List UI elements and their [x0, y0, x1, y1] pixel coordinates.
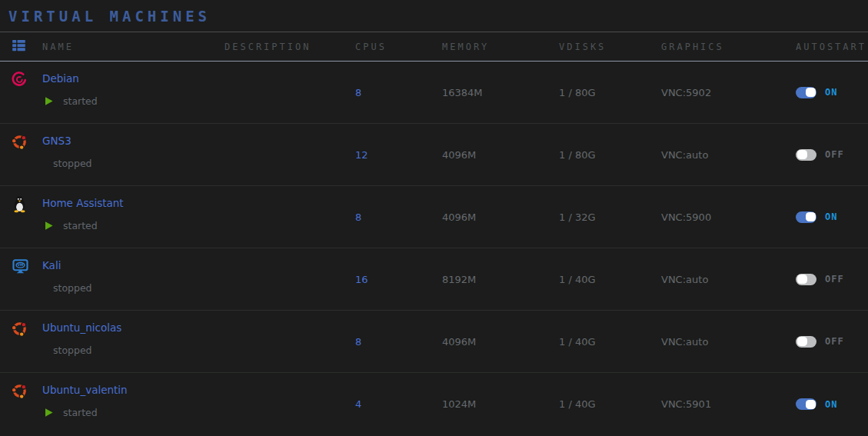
tux-linux-icon [11, 195, 28, 213]
vm-memory: 4096M [442, 124, 559, 185]
table-view-toggle-button[interactable] [11, 38, 42, 56]
vm-name-link[interactable]: Debian [42, 72, 79, 85]
ubuntu-logo-icon [11, 133, 28, 151]
autostart-toggle[interactable] [796, 336, 816, 348]
vm-name-cell: Home Assistant started [42, 186, 224, 248]
toggle-knob [797, 150, 807, 159]
section-titlebar: VIRTUAL MACHINES [0, 0, 868, 32]
autostart-state-label: OFF [825, 336, 844, 347]
vm-name-link[interactable]: Kali [42, 259, 61, 271]
autostart-state-label: OFF [825, 274, 844, 285]
vm-table-row: Ubuntu_valentin started 4 1024M 1 / 40G … [0, 373, 868, 435]
vm-memory: 1024M [442, 373, 559, 435]
vm-cpus-link[interactable]: 8 [355, 211, 361, 223]
vm-table-body: Debian started 8 16384M 1 / 80G VNC:5902… [0, 62, 868, 435]
vm-graphics: VNC:5902 [661, 62, 796, 123]
vm-status-label: started [63, 95, 98, 107]
vm-description [224, 124, 355, 185]
vm-status-label: stopped [53, 158, 92, 169]
vm-memory: 4096M [442, 186, 559, 248]
started-play-icon [44, 221, 54, 231]
vm-status-label: stopped [53, 282, 92, 294]
vm-name-link[interactable]: GNS3 [42, 135, 72, 147]
vm-autostart-cell: ON [796, 62, 860, 123]
column-header-memory: MEMORY [442, 42, 559, 52]
vm-memory: 8192M [442, 248, 559, 310]
vm-name-cell: Debian started [42, 62, 224, 123]
toggle-knob [797, 275, 807, 284]
started-play-icon [44, 96, 54, 106]
autostart-toggle[interactable] [796, 274, 816, 285]
vm-status: started [44, 220, 98, 231]
vm-vdisks: 1 / 40G [559, 311, 661, 372]
vm-autostart-cell: OFF [796, 248, 860, 310]
vm-table-row: GNS3 stopped 12 4096M 1 / 80G VNC:auto O… [0, 124, 868, 186]
vm-name-link[interactable]: Ubuntu_nicolas [42, 321, 121, 334]
vm-status-label: started [63, 407, 98, 418]
column-header-cpus: CPUS [355, 42, 442, 52]
column-header-vdisks: VDISKS [559, 42, 661, 52]
vm-description [224, 311, 355, 372]
vm-memory: 16384M [442, 62, 559, 123]
vm-cpus-link[interactable]: 8 [355, 87, 361, 98]
vm-os-icon-cell [11, 186, 42, 248]
vm-os-icon-cell [11, 62, 42, 123]
vm-cpus-link[interactable]: 12 [355, 149, 368, 161]
toggle-knob [806, 400, 816, 409]
column-header-name: NAME [42, 42, 224, 52]
vm-vdisks: 1 / 40G [559, 248, 661, 310]
vm-graphics: VNC:5901 [661, 373, 796, 435]
table-header-row: NAME DESCRIPTION CPUS MEMORY VDISKS GRAP… [0, 32, 868, 62]
vm-status: started [44, 407, 98, 418]
autostart-toggle[interactable] [796, 211, 816, 223]
vm-name-cell: Kali stopped [42, 248, 224, 310]
vm-autostart-cell: ON [796, 186, 860, 248]
vm-name-cell: Ubuntu_valentin started [42, 373, 224, 435]
autostart-toggle[interactable] [796, 87, 816, 98]
vm-vdisks: 1 / 32G [559, 186, 661, 248]
vm-manager-page: VIRTUAL MACHINES NAME DESCRIPTION CPUS M… [0, 0, 868, 436]
vm-autostart-cell: OFF [796, 124, 860, 185]
vm-status: stopped [44, 282, 92, 294]
vm-vdisks: 1 / 80G [559, 124, 661, 185]
column-header-autostart: AUTOSTART [796, 42, 866, 52]
vm-table-row: Ubuntu_nicolas stopped 8 4096M 1 / 40G V… [0, 311, 868, 373]
vm-monitor-icon [11, 258, 30, 275]
vm-autostart-cell: ON [796, 373, 860, 435]
vm-table-row: Kali stopped 16 8192M 1 / 40G VNC:auto O… [0, 248, 868, 311]
table-list-icon [11, 38, 27, 56]
vm-status: stopped [44, 344, 92, 356]
vm-cpus-link[interactable]: 16 [355, 274, 368, 285]
autostart-state-label: ON [825, 399, 837, 410]
vm-os-icon-cell [11, 248, 42, 310]
toggle-knob [806, 88, 816, 97]
vm-name-cell: Ubuntu_nicolas stopped [42, 311, 224, 372]
toggle-knob [806, 212, 816, 221]
autostart-state-label: ON [825, 87, 837, 98]
vm-status-label: started [63, 220, 98, 231]
vm-memory: 4096M [442, 311, 559, 372]
vm-graphics: VNC:5900 [661, 186, 796, 248]
vm-os-icon-cell [11, 373, 42, 435]
vm-graphics: VNC:auto [661, 124, 796, 185]
autostart-state-label: ON [825, 211, 837, 222]
vm-description [224, 62, 355, 123]
autostart-toggle[interactable] [796, 149, 816, 161]
vm-vdisks: 1 / 40G [559, 373, 661, 435]
vm-status: started [44, 95, 98, 107]
ubuntu-logo-icon [11, 382, 28, 400]
vm-cpus-link[interactable]: 4 [355, 398, 361, 410]
vm-name-link[interactable]: Home Assistant [42, 197, 124, 209]
toggle-knob [797, 337, 807, 346]
vm-description [224, 248, 355, 310]
autostart-toggle[interactable] [796, 398, 816, 410]
autostart-state-label: OFF [825, 149, 844, 160]
vm-name-link[interactable]: Ubuntu_valentin [42, 384, 128, 396]
debian-logo-icon [11, 71, 28, 88]
vm-cpus-link[interactable]: 8 [355, 336, 361, 348]
vm-vdisks: 1 / 80G [559, 62, 661, 123]
column-header-graphics: GRAPHICS [661, 42, 796, 52]
column-header-description: DESCRIPTION [224, 42, 355, 52]
vm-graphics: VNC:auto [661, 311, 796, 372]
vm-autostart-cell: OFF [796, 311, 860, 372]
